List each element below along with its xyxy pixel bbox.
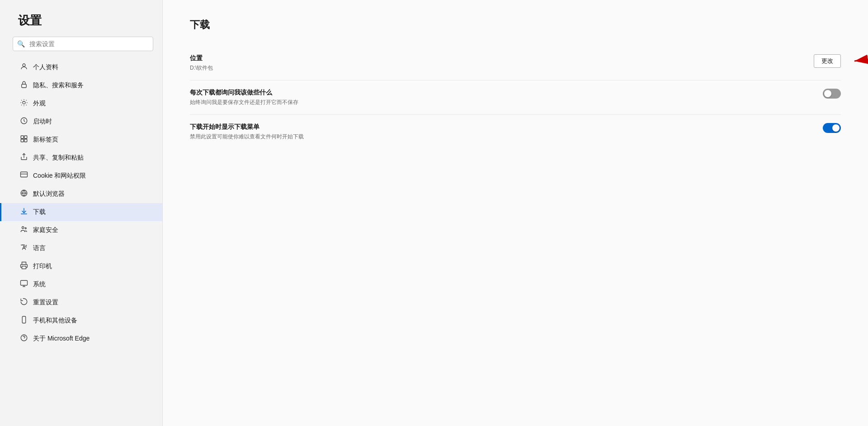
defaultbrowser-icon (19, 189, 28, 199)
newtab-label: 新标签页 (33, 136, 58, 144)
ask-download-slider (823, 89, 841, 99)
svg-rect-16 (21, 280, 28, 285)
ask-download-info: 每次下载都询问我该做些什么 始终询问我是要保存文件还是打开它而不保存 (190, 89, 805, 106)
show-menu-toggle[interactable] (823, 123, 841, 133)
family-icon (19, 225, 28, 235)
svg-rect-1 (22, 84, 27, 88)
sidebar-item-language[interactable]: 语言 (0, 239, 162, 257)
ask-download-label: 每次下载都询问我该做些什么 (190, 89, 805, 97)
defaultbrowser-label: 默认浏览器 (33, 190, 65, 198)
reset-icon (19, 298, 28, 308)
svg-rect-9 (21, 172, 28, 177)
profile-icon (19, 62, 28, 72)
sidebar-item-startup[interactable]: 启动时 (0, 113, 162, 131)
sidebar-item-privacy[interactable]: 隐私、搜索和服务 (0, 76, 162, 95)
svg-rect-6 (21, 139, 24, 142)
sidebar-item-about[interactable]: 关于 Microsoft Edge (0, 330, 162, 348)
cookies-label: Cookie 和网站权限 (33, 172, 86, 180)
printer-label: 打印机 (33, 262, 52, 270)
downloads-title: 下载 (190, 18, 841, 32)
svg-rect-7 (24, 139, 27, 142)
show-menu-desc: 禁用此设置可能使你难以查看文件何时开始下载 (190, 133, 805, 141)
share-label: 共享、复制和粘贴 (33, 154, 84, 162)
svg-point-0 (23, 64, 25, 66)
sidebar-item-defaultbrowser[interactable]: 默认浏览器 (0, 185, 162, 203)
svg-rect-4 (21, 136, 24, 138)
sidebar-item-newtab[interactable]: 新标签页 (0, 131, 162, 149)
nav-list: 个人资料 隐私、搜索和服务 外观 启动时 新标签页 共享、复制和粘贴 Cooki… (0, 58, 162, 426)
ask-download-toggle[interactable] (823, 89, 841, 99)
appearance-icon (19, 99, 28, 109)
privacy-label: 隐私、搜索和服务 (33, 81, 84, 90)
ask-download-control (823, 89, 841, 99)
page-title: 设置 (0, 13, 162, 37)
language-label: 语言 (33, 244, 46, 252)
language-icon (19, 243, 28, 253)
family-label: 家庭安全 (33, 226, 58, 234)
startup-icon (19, 117, 28, 127)
system-label: 系统 (33, 280, 46, 289)
sidebar: 设置 🔍 个人资料 隐私、搜索和服务 外观 启动时 新标签页 共享、复制和粘贴 … (0, 0, 163, 426)
svg-rect-15 (22, 266, 26, 269)
svg-point-14 (25, 227, 26, 229)
show-menu-section: 下载开始时显示下载菜单 禁用此设置可能使你难以查看文件何时开始下载 (190, 115, 841, 149)
location-value: D:\软件包 (190, 64, 796, 72)
change-location-button[interactable]: 更改 (814, 54, 841, 68)
svg-rect-5 (24, 136, 27, 138)
system-icon (19, 279, 28, 289)
share-icon (19, 153, 28, 163)
ask-download-desc: 始终询问我是要保存文件还是打开它而不保存 (190, 99, 805, 106)
ask-download-section: 每次下载都询问我该做些什么 始终询问我是要保存文件还是打开它而不保存 (190, 80, 841, 115)
downloads-label: 下载 (33, 208, 46, 216)
svg-point-13 (22, 227, 24, 229)
show-menu-control (823, 123, 841, 133)
about-icon (19, 334, 28, 344)
search-input[interactable] (13, 37, 153, 51)
show-menu-label: 下载开始时显示下载菜单 (190, 123, 805, 131)
location-section: 位置 D:\软件包 更改 (190, 46, 841, 80)
sidebar-item-profile[interactable]: 个人资料 (0, 58, 162, 76)
svg-rect-19 (22, 317, 26, 323)
startup-label: 启动时 (33, 118, 52, 126)
svg-point-21 (21, 335, 27, 341)
location-info: 位置 D:\软件包 (190, 54, 796, 72)
sidebar-item-downloads[interactable]: 下载 (0, 203, 162, 221)
reset-label: 重置设置 (33, 298, 58, 307)
sidebar-item-printer[interactable]: 打印机 (0, 257, 162, 275)
newtab-icon (19, 135, 28, 145)
location-label: 位置 (190, 54, 796, 62)
sidebar-item-reset[interactable]: 重置设置 (0, 293, 162, 312)
location-control: 更改 (814, 54, 841, 68)
search-icon: 🔍 (17, 40, 25, 47)
privacy-icon (19, 80, 28, 90)
svg-point-2 (23, 101, 25, 104)
cookies-icon (19, 171, 28, 181)
sidebar-item-system[interactable]: 系统 (0, 275, 162, 293)
about-label: 关于 Microsoft Edge (33, 335, 90, 343)
show-menu-slider (823, 123, 841, 133)
downloads-icon (19, 207, 28, 217)
mobile-label: 手机和其他设备 (33, 317, 77, 325)
search-box: 🔍 (13, 37, 153, 51)
profile-label: 个人资料 (33, 63, 58, 71)
sidebar-item-appearance[interactable]: 外观 (0, 95, 162, 113)
sidebar-item-share[interactable]: 共享、复制和粘贴 (0, 149, 162, 167)
sidebar-item-family[interactable]: 家庭安全 (0, 221, 162, 239)
appearance-label: 外观 (33, 99, 46, 108)
svg-line-24 (854, 45, 868, 61)
mobile-icon (19, 316, 28, 326)
show-menu-info: 下载开始时显示下载菜单 禁用此设置可能使你难以查看文件何时开始下载 (190, 123, 805, 141)
printer-icon (19, 261, 28, 271)
sidebar-item-mobile[interactable]: 手机和其他设备 (0, 312, 162, 330)
main-content: 下载 位置 D:\软件包 更改 每次下载都询问我该做些什么 始终询问我是要保存文… (163, 0, 868, 426)
sidebar-item-cookies[interactable]: Cookie 和网站权限 (0, 167, 162, 185)
